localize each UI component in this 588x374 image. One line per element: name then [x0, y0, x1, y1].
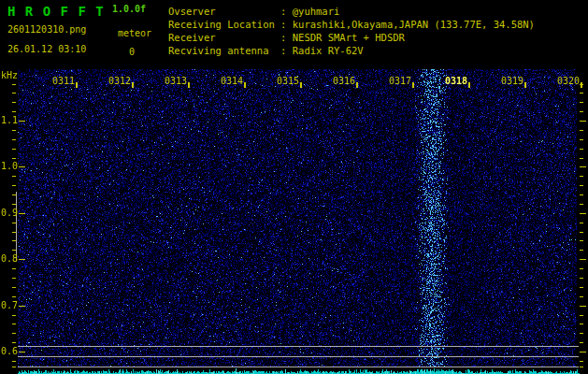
- right-axis-tick: [580, 102, 583, 103]
- x-minute-tick: [76, 82, 78, 88]
- right-axis-tick: [580, 149, 583, 150]
- x-tick-label: 0313: [165, 76, 187, 86]
- right-axis-tick: [580, 367, 583, 367]
- y-minor-tick: [12, 333, 16, 334]
- output-filename: 2601120310.png: [7, 24, 86, 35]
- right-axis-tick: [580, 139, 583, 140]
- x-tick-label: 0320: [557, 76, 580, 86]
- right-axis-tick: [580, 121, 586, 122]
- y-minor-tick: [12, 232, 16, 233]
- y-minor-tick: [12, 102, 16, 103]
- meteor-count-value: 0: [129, 47, 135, 57]
- x-minute-tick: [300, 82, 302, 88]
- right-axis-tick: [580, 361, 583, 362]
- right-axis-tick: [580, 130, 583, 131]
- y-minor-tick: [12, 361, 16, 362]
- header-info-row: Receiver : NESDR SMArt + HDSDR: [168, 31, 535, 44]
- y-minor-tick: [12, 176, 16, 177]
- y-minor-tick: [12, 268, 16, 269]
- y-tick-label: 1.0: [1, 161, 19, 172]
- x-minute-tick: [356, 82, 358, 88]
- x-minute-tick: [581, 82, 582, 88]
- y-major-tick: [19, 121, 25, 122]
- app-title: H R O F F T: [7, 4, 105, 19]
- y-minor-tick: [12, 185, 16, 186]
- right-axis-tick: [580, 111, 583, 112]
- x-tick-label: 0316: [333, 76, 355, 86]
- right-axis-tick: [580, 240, 583, 241]
- x-tick-label: 0312: [108, 76, 131, 86]
- y-tick-label: 1.1: [1, 115, 19, 126]
- y-tick-label: 0.7: [1, 300, 19, 311]
- right-axis-tick: [580, 223, 583, 223]
- x-minute-tick: [412, 82, 414, 88]
- right-axis-tick: [580, 278, 583, 279]
- y-minor-tick: [12, 296, 16, 297]
- reference-line: [18, 346, 579, 347]
- y-major-tick: [19, 213, 25, 214]
- header-info-row: Receiving Location : kurashiki,Okayama,J…: [168, 18, 535, 31]
- y-minor-tick: [12, 223, 16, 223]
- right-axis-tick: [580, 268, 583, 269]
- x-tick-label: 0315: [277, 76, 299, 86]
- y-tick-label: 0.8: [1, 253, 19, 265]
- header-info: Ovserver : @yuhmariReceiving Location : …: [168, 5, 535, 57]
- y-minor-tick: [12, 287, 16, 288]
- y-minor-tick: [12, 240, 16, 241]
- right-axis-tick: [580, 352, 586, 352]
- y-major-tick: [19, 306, 25, 307]
- right-axis-tick: [580, 158, 583, 159]
- right-axis-tick: [580, 250, 583, 251]
- right-axis-tick: [580, 259, 586, 260]
- y-tick-label: 0.6: [1, 346, 19, 357]
- right-axis-tick: [580, 93, 583, 94]
- y-axis-unit-label: kHz: [1, 70, 18, 80]
- y-minor-tick: [12, 84, 16, 85]
- x-minute-tick: [188, 82, 190, 88]
- y-minor-tick: [12, 93, 16, 94]
- y-major-tick: [19, 166, 25, 167]
- right-axis-tick: [580, 296, 583, 297]
- reference-line: [18, 356, 579, 357]
- x-minute-tick: [524, 82, 526, 88]
- right-axis-tick: [580, 306, 586, 307]
- observation-datetime: 26.01.12 03:10: [7, 44, 86, 54]
- right-axis-tick: [580, 194, 583, 195]
- x-tick-label: 0319: [501, 76, 523, 86]
- right-axis-tick: [580, 204, 583, 205]
- right-axis-tick: [580, 315, 583, 316]
- y-minor-tick: [12, 194, 16, 195]
- right-axis-tick: [580, 324, 583, 324]
- meteor-count-label: meteor: [118, 28, 151, 38]
- app-version: 1.0.0f: [112, 4, 146, 14]
- freq-marker-line: [16, 192, 17, 261]
- y-minor-tick: [12, 130, 16, 131]
- right-axis-tick: [580, 342, 583, 343]
- y-minor-tick: [12, 367, 16, 367]
- hrofft-window: H R O F F T 1.0.0f 2601120310.png meteor…: [0, 0, 588, 374]
- right-axis-tick: [580, 166, 586, 167]
- y-minor-tick: [12, 315, 16, 316]
- y-minor-tick: [12, 139, 16, 140]
- y-major-tick: [19, 259, 25, 260]
- header-info-row: Recviving antenna : Radix RY-62V: [168, 44, 535, 57]
- y-minor-tick: [12, 342, 16, 343]
- y-minor-tick: [12, 324, 16, 324]
- right-axis-tick: [580, 213, 586, 214]
- x-tick-label: 0314: [221, 76, 243, 86]
- y-minor-tick: [12, 250, 16, 251]
- x-minute-tick: [244, 82, 246, 88]
- header-info-row: Ovserver : @yuhmari: [168, 5, 535, 18]
- y-minor-tick: [12, 111, 16, 112]
- right-axis-tick: [580, 176, 583, 177]
- right-axis-tick: [580, 333, 583, 334]
- x-minute-tick: [132, 82, 134, 88]
- y-minor-tick: [12, 149, 16, 150]
- right-axis-tick: [580, 232, 583, 233]
- x-tick-label: 0317: [389, 76, 411, 86]
- y-minor-tick: [12, 278, 16, 279]
- reference-line: [18, 367, 579, 367]
- x-minute-tick: [468, 82, 470, 88]
- x-tick-label: 0311: [52, 76, 75, 86]
- y-major-tick: [19, 352, 25, 352]
